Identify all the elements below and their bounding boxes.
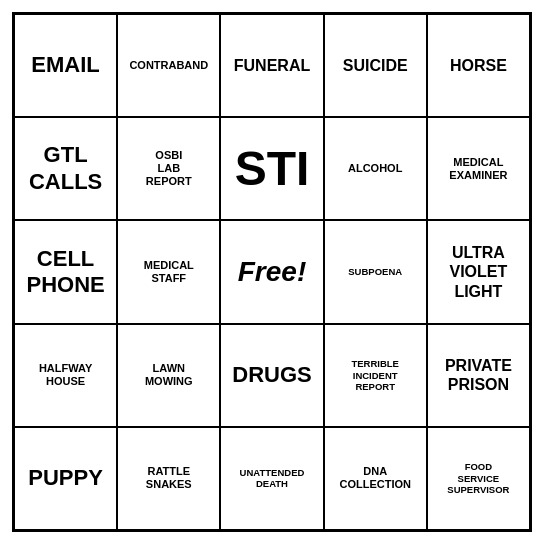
bingo-cell-r4c4: FOODSERVICESUPERVISOR [427, 427, 530, 530]
cell-label-r1c0: GTLCALLS [29, 142, 102, 195]
cell-label-r4c3: DNACOLLECTION [339, 465, 411, 491]
bingo-cell-r0c3: SUICIDE [324, 14, 427, 117]
cell-label-r0c3: SUICIDE [343, 56, 408, 75]
cell-label-r1c2: STI [235, 140, 310, 198]
bingo-cell-r0c1: CONTRABAND [117, 14, 220, 117]
cell-label-r2c0: CELLPHONE [26, 246, 104, 299]
bingo-cell-r1c0: GTLCALLS [14, 117, 117, 220]
cell-label-r4c1: RATTLESNAKES [146, 465, 192, 491]
bingo-cell-r3c3: TERRIBLEINCIDENTREPORT [324, 324, 427, 427]
cell-label-r3c3: TERRIBLEINCIDENTREPORT [351, 358, 399, 392]
cell-label-r3c0: HALFWAYHOUSE [39, 362, 92, 388]
cell-label-r0c1: CONTRABAND [129, 59, 208, 72]
bingo-cell-r3c0: HALFWAYHOUSE [14, 324, 117, 427]
cell-label-r0c2: FUNERAL [234, 56, 310, 75]
cell-label-r2c3: SUBPOENA [348, 266, 402, 277]
bingo-cell-r2c3: SUBPOENA [324, 220, 427, 323]
bingo-cell-r1c3: ALCOHOL [324, 117, 427, 220]
bingo-cell-r2c0: CELLPHONE [14, 220, 117, 323]
bingo-cell-r4c3: DNACOLLECTION [324, 427, 427, 530]
cell-label-r3c1: LAWNMOWING [145, 362, 193, 388]
cell-label-r2c4: ULTRAVIOLETLIGHT [450, 243, 508, 301]
cell-label-r4c4: FOODSERVICESUPERVISOR [447, 461, 509, 495]
cell-label-r0c4: HORSE [450, 56, 507, 75]
bingo-cell-r2c2: Free! [220, 220, 323, 323]
bingo-cell-r1c2: STI [220, 117, 323, 220]
bingo-cell-r2c4: ULTRAVIOLETLIGHT [427, 220, 530, 323]
bingo-cell-r2c1: MEDICALSTAFF [117, 220, 220, 323]
bingo-cell-r3c4: PRIVATEPRISON [427, 324, 530, 427]
cell-label-r1c3: ALCOHOL [348, 162, 402, 175]
bingo-cell-r0c2: FUNERAL [220, 14, 323, 117]
cell-label-r1c1: OSBILABREPORT [146, 149, 192, 189]
cell-label-r0c0: EMAIL [31, 52, 99, 78]
cell-label-r2c1: MEDICALSTAFF [144, 259, 194, 285]
bingo-cell-r1c4: MEDICALEXAMINER [427, 117, 530, 220]
bingo-cell-r3c1: LAWNMOWING [117, 324, 220, 427]
cell-label-r4c0: PUPPY [28, 465, 103, 491]
cell-label-r3c2: DRUGS [232, 362, 311, 388]
bingo-cell-r3c2: DRUGS [220, 324, 323, 427]
bingo-card: EMAILCONTRABANDFUNERALSUICIDEHORSEGTLCAL… [12, 12, 532, 532]
cell-label-r2c2: Free! [238, 255, 306, 289]
bingo-cell-r0c0: EMAIL [14, 14, 117, 117]
bingo-cell-r4c0: PUPPY [14, 427, 117, 530]
cell-label-r4c2: UNATTENDEDDEATH [240, 467, 305, 490]
bingo-cell-r0c4: HORSE [427, 14, 530, 117]
bingo-cell-r4c1: RATTLESNAKES [117, 427, 220, 530]
cell-label-r1c4: MEDICALEXAMINER [449, 156, 507, 182]
bingo-cell-r4c2: UNATTENDEDDEATH [220, 427, 323, 530]
bingo-cell-r1c1: OSBILABREPORT [117, 117, 220, 220]
cell-label-r3c4: PRIVATEPRISON [445, 356, 512, 394]
